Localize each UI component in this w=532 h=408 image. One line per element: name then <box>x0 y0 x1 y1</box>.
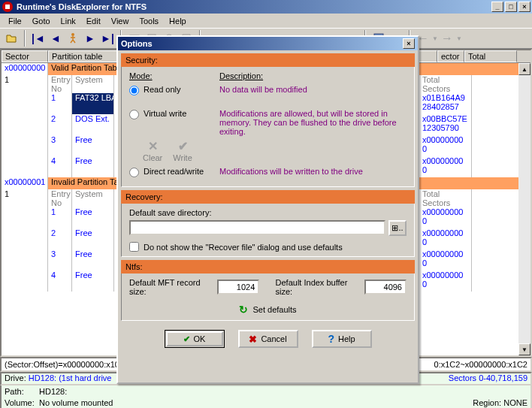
header-total[interactable]: Total <box>464 50 517 62</box>
write-check-icon: ✔ <box>178 139 188 153</box>
mft-size-input[interactable] <box>217 280 259 295</box>
ntfs-section: Ntfs: Default MFT record size: Default I… <box>121 260 415 321</box>
help-button[interactable]: ?Help <box>312 330 372 348</box>
virtual-write-label: Virtual write <box>144 109 186 118</box>
clear-button[interactable]: ✕ Clear <box>143 139 162 162</box>
nav-next-icon[interactable]: ► <box>82 30 98 47</box>
title-bar: Runtime's DiskExplorer for NTFS _ □ × <box>0 0 532 14</box>
svg-rect-1 <box>5 5 10 9</box>
cell-entry: 1 <box>48 207 72 228</box>
scroll-up-icon[interactable]: ▲ <box>518 63 530 75</box>
security-section: Security: Mode: Description: Read only N… <box>121 53 415 187</box>
cancel-button[interactable]: ✖Cancel <box>238 330 298 348</box>
nav-prev-icon[interactable]: ◄ <box>47 30 64 47</box>
mode-label: Mode: <box>129 71 219 80</box>
cell-entry: 2 <box>48 114 72 135</box>
ntfs-header: Ntfs: <box>121 260 415 274</box>
vertical-scrollbar[interactable]: ▲ ▼ <box>518 63 530 355</box>
index-buffer-input[interactable] <box>364 280 407 295</box>
cell-system: FAT32 LBA <box>72 93 114 114</box>
header-partition-table[interactable]: Partition table <box>48 50 117 62</box>
read-only-radio[interactable] <box>129 86 139 95</box>
virtual-write-radio[interactable] <box>129 110 139 119</box>
cell-entry: 2 <box>48 228 72 249</box>
read-only-description: No data will be modified <box>219 85 407 94</box>
dialog-title-bar[interactable]: Options × <box>118 37 418 50</box>
dialog-title: Options <box>121 39 403 48</box>
close-button[interactable]: × <box>518 2 530 12</box>
menu-tools[interactable]: Tools <box>134 16 164 26</box>
menu-file[interactable]: File <box>3 16 27 26</box>
cell-sector: 1 <box>2 75 48 93</box>
menu-view[interactable]: View <box>106 16 135 26</box>
scroll-down-icon[interactable]: ▼ <box>518 343 530 355</box>
cell-sector: x00000000 <box>2 63 48 75</box>
dialog-close-button[interactable]: × <box>403 38 415 49</box>
volume-label: Volume: <box>5 398 39 407</box>
path-value: HD128: <box>39 387 527 396</box>
cell-system: Free <box>72 207 114 228</box>
security-header: Security: <box>121 53 415 67</box>
direct-rw-radio[interactable] <box>129 168 139 177</box>
direct-rw-label: Direct read/write <box>144 167 204 176</box>
write-button[interactable]: ✔ Write <box>173 139 192 162</box>
cell-total: x000000000 <box>419 270 472 292</box>
cell-sector: 1 <box>2 189 48 207</box>
cell-total-label: TotalSectors <box>419 189 472 207</box>
save-directory-input[interactable] <box>129 220 385 235</box>
dialog-button-row: ✔OK ✖Cancel ?Help <box>121 330 415 348</box>
drive-label: Drive: <box>5 373 26 384</box>
volume-bar: Volume: No volume mounted Region: NONE <box>0 397 532 408</box>
direct-rw-description: Modifications will be written to the dri… <box>219 167 407 176</box>
cell-system: Free <box>72 270 114 292</box>
menu-goto[interactable]: Goto <box>27 16 56 26</box>
cell-sector: x00000001 <box>2 177 48 189</box>
set-defaults-button[interactable]: Set defaults <box>252 305 296 314</box>
cell-entry: 3 <box>48 135 72 156</box>
ok-button[interactable]: ✔OK <box>165 330 225 348</box>
menu-help[interactable]: Help <box>164 16 192 26</box>
recovery-section: Recovery: Default save directory: ⊞.. Do… <box>121 190 415 257</box>
do-not-show-checkbox[interactable] <box>129 242 139 252</box>
cell-system: DOS Ext. <box>72 114 114 135</box>
open-icon[interactable] <box>3 30 20 47</box>
region-value: NONE <box>503 398 527 407</box>
svg-point-2 <box>71 33 74 36</box>
cell-total: x000000000 <box>419 228 472 249</box>
header-sector[interactable]: Sector <box>2 50 48 62</box>
menu-bar: File Goto Link Edit View Tools Help <box>0 14 532 28</box>
save-directory-label: Default save directory: <box>129 208 407 217</box>
cell-total: x000000000 <box>419 207 472 228</box>
region-label: Region: <box>473 398 501 407</box>
cell-total: x000000000 <box>419 249 472 270</box>
nav-last-icon[interactable]: ►| <box>99 30 116 47</box>
check-icon: ✔ <box>183 334 190 344</box>
mft-size-label: Default MFT record size: <box>129 278 213 296</box>
header-ector[interactable]: ector <box>437 50 464 62</box>
description-label: Description: <box>219 71 407 80</box>
options-dialog: Options × Security: Mode: Description: R… <box>116 35 419 384</box>
cell-entry-label: EntryNo <box>48 189 72 207</box>
volume-value: No volume mounted <box>39 398 473 407</box>
recovery-header: Recovery: <box>121 190 415 204</box>
virtual-write-description: Modifications are allowed, but will be s… <box>219 109 407 136</box>
index-buffer-label: Default Index buffer size: <box>276 278 360 296</box>
cell-entry: 1 <box>48 93 72 114</box>
menu-link[interactable]: Link <box>56 16 81 26</box>
walk-icon[interactable] <box>65 30 81 47</box>
cancel-x-icon: ✖ <box>249 334 257 345</box>
browse-button[interactable]: ⊞.. <box>388 220 407 236</box>
forward-icon[interactable]: → <box>439 30 455 47</box>
cell-total: x00BBC57E12305790 <box>419 114 472 135</box>
window-title: Runtime's DiskExplorer for NTFS <box>17 2 491 11</box>
sector-offset-left: (Sector:Offset)=x00000000:x10 <box>5 360 119 369</box>
folder-tree-icon: ⊞.. <box>391 223 403 233</box>
clear-x-icon: ✕ <box>148 139 158 153</box>
cell-total: x000000000 <box>419 135 472 156</box>
nav-first-icon[interactable]: |◄ <box>30 30 47 47</box>
minimize-button[interactable]: _ <box>491 2 503 12</box>
menu-edit[interactable]: Edit <box>81 16 106 26</box>
maximize-button[interactable]: □ <box>505 2 517 12</box>
cell-system: Free <box>72 228 114 249</box>
cell-total-label: TotalSectors <box>419 75 472 93</box>
